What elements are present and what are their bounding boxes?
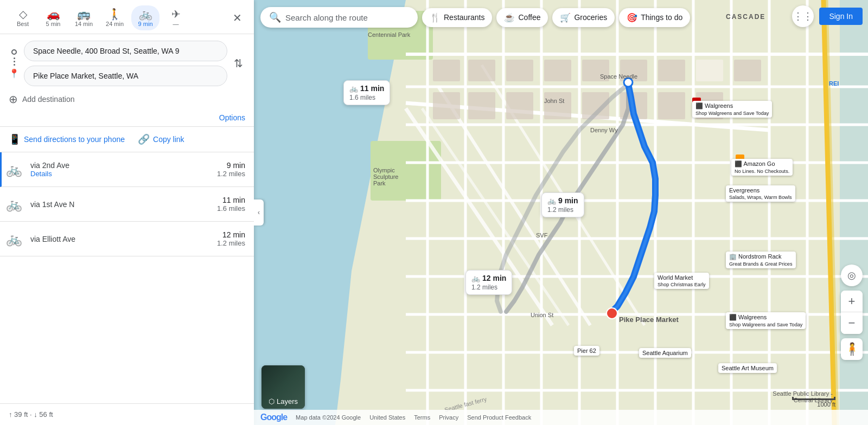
route-inputs: 📍 ⇅ (0, 34, 254, 86)
bubble-bike-icon-1: 🚲 (547, 197, 556, 205)
svg-rect-38 (658, 60, 685, 81)
bike-route-icon-2: 🚲 (4, 197, 24, 212)
zoom-in-button[interactable]: + (841, 291, 863, 312)
bubble-time-1: 9 min (558, 196, 578, 205)
route-list: 🚲 via 2nd Ave Details 9 min 1.2 miles 🚲 … (0, 152, 254, 403)
close-button[interactable]: ✕ (229, 8, 245, 28)
filter-chip-restaurants[interactable]: 🍴 Restaurants (422, 8, 492, 27)
transport-drive-label: 5 min (46, 21, 61, 27)
map-bottom-bar: Google Map data ©2024 Google United Stat… (254, 410, 868, 425)
filter-chip-coffee[interactable]: ☕ Coffee (496, 8, 548, 27)
right-controls: ◎ + − 🧍 (841, 265, 863, 360)
zoom-out-button[interactable]: − (841, 312, 863, 334)
collapse-chevron-icon: ‹ (258, 209, 260, 216)
bubble-dist-3: 1.2 miles (471, 284, 497, 291)
filter-chip-groceries[interactable]: 🛒 Groceries (552, 8, 615, 27)
transport-best[interactable]: ◇ Best (9, 5, 37, 30)
bike-route-icon-1: 🚲 (4, 162, 24, 177)
elevation-footer: ↑ 39 ft · ↓ 56 ft (0, 403, 254, 425)
filter-chip-things-to-do[interactable]: 🎯 Things to do (619, 8, 690, 27)
left-panel: ◇ Best 🚗 5 min 🚌 14 min 🚶 24 min 🚲 9 min… (0, 0, 254, 425)
svg-rect-3 (371, 141, 441, 201)
transport-flight-label: — (173, 21, 179, 27)
transport-transit-label: 14 min (75, 21, 93, 27)
best-route-icon: ◇ (19, 9, 27, 20)
route-bubble-11min[interactable]: 🚲 11 min 1.6 miles (343, 80, 390, 105)
location-button[interactable]: ◎ (841, 265, 863, 286)
route-info-1: via 2nd Ave Details (30, 161, 210, 178)
layers-button[interactable]: ⬡ Layers (261, 365, 305, 409)
send-directions-link[interactable]: 📱 Send directions to your phone (9, 133, 125, 145)
svg-rect-32 (433, 60, 460, 81)
route-dist-3: 1.2 miles (217, 239, 245, 247)
svg-rect-42 (468, 92, 495, 119)
elevation-text: ↑ 39 ft · ↓ 56 ft (9, 410, 53, 418)
seattle-aquarium-marker[interactable]: Seattle Aquarium (639, 348, 691, 358)
options-button[interactable]: Options (219, 113, 245, 122)
evergreens-marker[interactable]: EvergreensSalads, Wraps, Warm Bowls (726, 185, 795, 202)
terms-link[interactable]: Terms (414, 414, 430, 421)
walgreens-marker-2[interactable]: ⬛ WalgreensShop Walgreens and Save Today (726, 312, 806, 329)
route-dist-1: 1.2 miles (217, 170, 245, 178)
origin-input[interactable] (24, 41, 227, 61)
svg-point-50 (607, 308, 617, 319)
route-item-1[interactable]: 🚲 via 2nd Ave Details 9 min 1.2 miles (0, 152, 254, 187)
feedback-link[interactable]: Send Product Feedback (467, 414, 531, 421)
svg-rect-36 (582, 60, 609, 81)
route-item-2[interactable]: 🚲 via 1st Ave N 11 min 1.6 miles (0, 187, 254, 222)
transport-walk[interactable]: 🚶 24 min (100, 5, 129, 30)
route-bubble-9min[interactable]: 🚲 9 min 1.2 miles (541, 192, 584, 217)
svg-rect-1 (840, 0, 868, 425)
route-name-1: via 2nd Ave (30, 161, 210, 170)
flight-icon: ✈ (171, 9, 181, 20)
filter-chip-coffee-label: Coffee (518, 13, 540, 22)
copy-link-icon: 🔗 (138, 133, 150, 145)
transport-flight[interactable]: ✈ — (162, 5, 190, 30)
route-item-3[interactable]: 🚲 via Elliott Ave 12 min 1.2 miles (0, 222, 254, 256)
united-states-link[interactable]: United States (369, 414, 405, 421)
nordstrom-rack-marker[interactable]: 🏢 Nordstrom RackGreat Brands & Great Pri… (726, 252, 796, 268)
route-time-1: 9 min (217, 161, 245, 170)
walgreens-marker-1[interactable]: ⬛ WalgreensShop Walgreens and Save Today (692, 101, 772, 118)
transport-drive[interactable]: 🚗 5 min (39, 5, 67, 30)
car-icon: 🚗 (47, 9, 60, 20)
svg-rect-33 (468, 60, 495, 81)
route-info-2: via 1st Ave N (30, 200, 210, 209)
svg-rect-40 (734, 60, 761, 81)
search-box[interactable]: 🔍 Search along the route (260, 7, 418, 28)
svg-rect-47 (658, 92, 685, 119)
route-time-3: 12 min (217, 230, 245, 239)
transport-bike[interactable]: 🚲 9 min (131, 5, 159, 30)
map-topbar: 🔍 Search along the route 🍴 Restaurants ☕… (254, 0, 868, 35)
world-market-marker[interactable]: World MarketShop Christmas Early (654, 273, 709, 289)
svg-rect-41 (433, 92, 460, 119)
privacy-link[interactable]: Privacy (439, 414, 458, 421)
route-bubble-12min[interactable]: 🚲 12 min 1.2 miles (465, 270, 512, 295)
restaurants-icon: 🍴 (430, 12, 441, 23)
seattle-art-museum-marker[interactable]: Seattle Art Museum (718, 363, 777, 373)
bus-icon: 🚌 (77, 9, 91, 20)
route-details-link-1[interactable]: Details (30, 170, 210, 178)
copy-link-link[interactable]: 🔗 Copy link (138, 133, 184, 145)
bubble-bike-icon-3: 🚲 (471, 274, 480, 282)
map-area[interactable]: Centennial Park OlympicSculpturePark Spa… (254, 0, 868, 425)
amazon-go-marker[interactable]: ⬛ Amazon GoNo Lines. No Checkouts. (731, 159, 793, 176)
destination-input[interactable] (24, 66, 227, 86)
location-icon: ◎ (847, 269, 856, 281)
google-logo: Google (260, 413, 287, 422)
bubble-dist-2: 1.6 miles (349, 94, 375, 101)
transport-transit[interactable]: 🚌 14 min (69, 5, 98, 30)
route-time-col-2: 11 min 1.6 miles (217, 196, 245, 212)
apps-grid-button[interactable]: ⋮⋮ (792, 5, 814, 27)
collapse-panel-button[interactable]: ‹ (254, 199, 264, 226)
search-text: Search along the route (285, 13, 368, 22)
sign-in-button[interactable]: Sign In (819, 8, 863, 25)
svg-point-49 (624, 78, 633, 87)
swap-button[interactable]: ⇅ (232, 55, 245, 72)
pegman-icon: 🧍 (845, 342, 859, 356)
add-destination-row[interactable]: ⊕ Add destination (0, 86, 254, 111)
pegman-button[interactable]: 🧍 (841, 338, 863, 360)
send-to-phone-icon: 📱 (9, 133, 21, 145)
svg-rect-37 (620, 60, 647, 81)
things-to-do-icon: 🎯 (627, 12, 637, 23)
